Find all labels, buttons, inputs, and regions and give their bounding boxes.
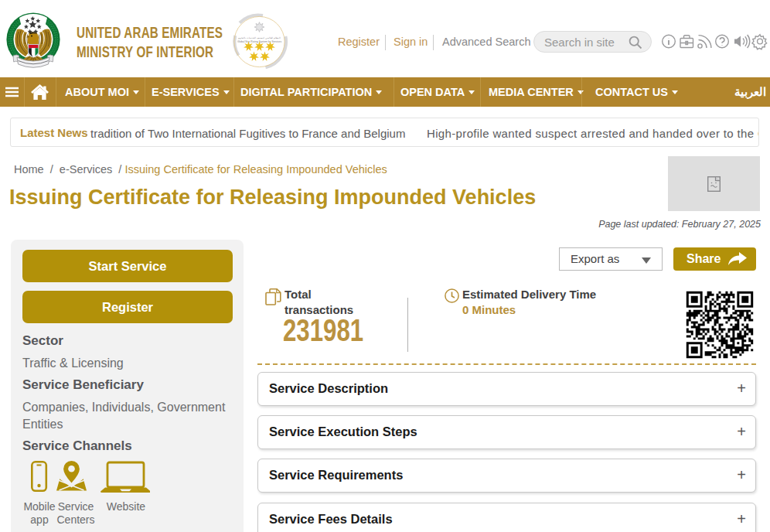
- svg-text:الـنظام العالمي لتصنيف الخدمات: الـنظام العالمي لتصنيف الخدمات بالنجوم: [238, 36, 281, 39]
